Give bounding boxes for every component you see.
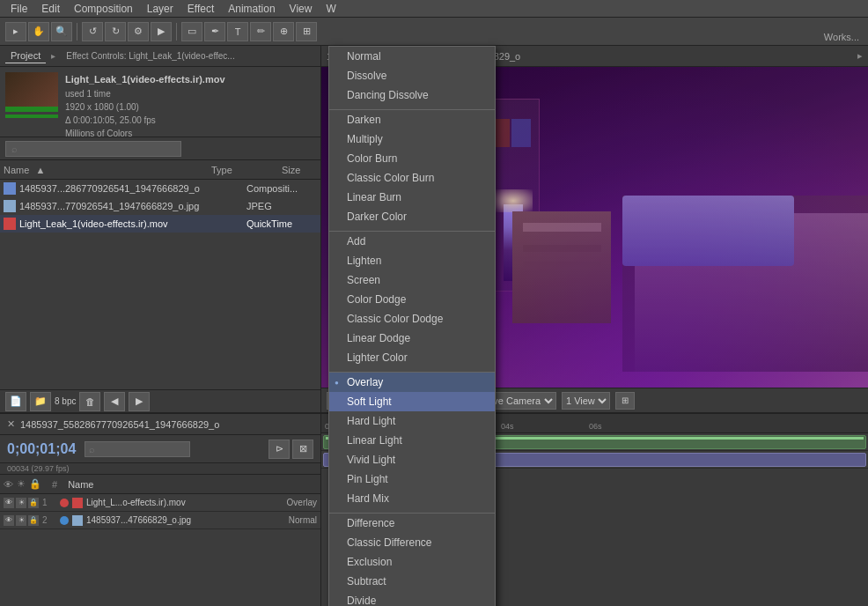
tool-redo[interactable]: ↻: [105, 22, 126, 41]
blend-mode-item-color-dodge[interactable]: Color Dodge: [329, 290, 495, 309]
blend-mode-item-darken[interactable]: Darken: [329, 110, 495, 129]
menu-view[interactable]: View: [283, 1, 320, 17]
blend-mode-item-linear-dodge[interactable]: Linear Dodge: [329, 329, 495, 348]
tool-puppet[interactable]: ⊞: [296, 22, 317, 41]
viewer-spacer: ▸: [857, 50, 863, 62]
time-code: 0;00;01;04: [7, 441, 76, 457]
blend-mode-item-add[interactable]: Add: [329, 232, 495, 251]
blend-mode-item-lighter-color[interactable]: Lighter Color: [329, 348, 495, 367]
blend-mode-item-lighten[interactable]: Lighten: [329, 251, 495, 270]
file-item-2-type: JPEG: [246, 201, 317, 211]
comp-header: ✕ 1485937_5582867770926541_1947666829_o: [0, 414, 320, 435]
layer-row-2[interactable]: 👁 ☀ 🔒 2 1485937...47666829_o.jpg Normal: [0, 512, 320, 529]
blend-mode-item-divide[interactable]: Divide: [329, 591, 495, 606]
blend-mode-item-darker-color[interactable]: Darker Color: [329, 207, 495, 226]
tool-rect[interactable]: ▭: [181, 22, 202, 41]
blend-mode-item-exclusion[interactable]: Exclusion: [329, 552, 495, 572]
layer-2-lock[interactable]: 🔒: [28, 515, 39, 526]
tool-undo[interactable]: ↺: [82, 22, 103, 41]
layer-2-icons: 👁 ☀ 🔒: [4, 515, 39, 526]
tool-clone[interactable]: ⊕: [273, 22, 294, 41]
menu-w[interactable]: W: [319, 1, 342, 17]
blend-mode-item-screen[interactable]: Screen: [329, 270, 495, 290]
timeline-search-input[interactable]: [85, 441, 190, 457]
comp-tab[interactable]: 1485937_5582867770926541_1947666829_o: [20, 419, 219, 430]
blend-mode-item-soft-light[interactable]: Soft Light: [329, 392, 495, 411]
layer-row-1[interactable]: 👁 ☀ 🔒 1 Light_L...o-effects.ir).mov Over…: [0, 494, 320, 512]
blend-mode-item-color-burn[interactable]: Color Burn: [329, 149, 495, 168]
nav-right-btn[interactable]: ▶: [129, 392, 150, 411]
panel-header: Project ▸ Effect Controls: Light_Leak_1(…: [0, 46, 320, 67]
left-panel: Project ▸ Effect Controls: Light_Leak_1(…: [0, 46, 321, 606]
new-comp-btn[interactable]: 📄: [5, 392, 26, 411]
blend-mode-item-subtract[interactable]: Subtract: [329, 572, 495, 591]
timeline-ctrl-2[interactable]: ⊠: [292, 440, 313, 459]
blend-mode-item-dancing-dissolve[interactable]: Dancing Dissolve: [329, 85, 495, 105]
file-item-2[interactable]: 1485937...770926541_1947666829_o.jpg JPE…: [0, 197, 320, 215]
layer-1-lock[interactable]: 🔒: [28, 498, 39, 508]
comp-close-btn[interactable]: ✕: [7, 418, 15, 430]
menu-file[interactable]: File: [4, 1, 34, 17]
layer-1-vis[interactable]: 👁: [4, 498, 14, 508]
column-type: Type: [211, 165, 282, 175]
tool-zoom[interactable]: 🔍: [51, 22, 72, 41]
layer-1-mode[interactable]: Overlay: [264, 498, 317, 507]
blend-mode-item-hard-light[interactable]: Hard Light: [329, 411, 495, 431]
search-input[interactable]: [5, 141, 181, 157]
blend-mode-item-overlay[interactable]: Overlay: [329, 373, 495, 392]
timeline-ctrl-1[interactable]: ⊳: [268, 440, 290, 459]
blend-mode-item-classic-color-dodge[interactable]: Classic Color Dodge: [329, 309, 495, 329]
blend-mode-item-classic-color-burn[interactable]: Classic Color Burn: [329, 168, 495, 188]
tool-settings[interactable]: ⚙: [128, 22, 149, 41]
folder-btn[interactable]: 📁: [30, 392, 51, 411]
nav-left-btn[interactable]: ◀: [104, 392, 125, 411]
file-duration: Δ 0:00:10:05, 25.00 fps: [65, 114, 225, 127]
sort-icon: ▲: [35, 165, 45, 175]
file-details: Light_Leak_1(video-effects.ir).mov used …: [65, 72, 225, 131]
layer-lock-icon: 🔒: [29, 478, 41, 490]
menu-layer[interactable]: Layer: [140, 1, 180, 17]
tab-project[interactable]: Project: [5, 48, 46, 63]
viewer-extra-btn[interactable]: ⊞: [615, 392, 635, 410]
viewer-layout-select[interactable]: 1 View: [562, 392, 610, 410]
tool-preview[interactable]: ▶: [151, 22, 172, 41]
layer-2-mode[interactable]: Normal: [264, 515, 317, 525]
tool-text[interactable]: T: [227, 22, 248, 41]
blend-mode-item-normal[interactable]: Normal: [329, 47, 495, 66]
file-item-3[interactable]: Light_Leak_1(video-effects.ir).mov Quick…: [0, 215, 320, 233]
blend-mode-item-linear-burn[interactable]: Linear Burn: [329, 188, 495, 207]
blend-mode-item-pin-light[interactable]: Pin Light: [329, 469, 495, 489]
blend-mode-item-multiply[interactable]: Multiply: [329, 129, 495, 149]
menu-composition[interactable]: Composition: [67, 1, 140, 17]
menu-effect[interactable]: Effect: [180, 1, 221, 17]
trash-btn[interactable]: 🗑: [79, 392, 100, 411]
tool-hand[interactable]: ✋: [28, 22, 49, 41]
layer-controls-header: 👁 ☀ 🔒 # Name: [0, 475, 320, 494]
panel-footer: 📄 📁 8 bpc 🗑 ◀ ▶: [0, 389, 320, 412]
blend-mode-item-dissolve[interactable]: Dissolve: [329, 66, 495, 85]
blend-mode-item-hard-mix[interactable]: Hard Mix: [329, 489, 495, 508]
layer-2-icon: [72, 515, 83, 526]
icon-mov: [4, 218, 16, 230]
tool-pen[interactable]: ✒: [204, 22, 225, 41]
tab-effect-controls[interactable]: Effect Controls: Light_Leak_1(video-effe…: [61, 49, 239, 63]
icon-jpg: [4, 200, 16, 212]
menu-edit[interactable]: Edit: [34, 1, 67, 17]
layer-2-vis[interactable]: 👁: [4, 515, 14, 526]
tool-brush[interactable]: ✏: [250, 22, 271, 41]
blend-mode-item-vivid-light[interactable]: Vivid Light: [329, 450, 495, 469]
file-item-1-name: 1485937...286770926541_1947666829_o: [19, 183, 246, 194]
layer-1-solo[interactable]: ☀: [16, 498, 26, 508]
column-size: Size: [282, 165, 317, 175]
blend-mode-item-linear-light[interactable]: Linear Light: [329, 431, 495, 450]
blend-mode-item-difference[interactable]: Difference: [329, 514, 495, 533]
blend-mode-item-classic-difference[interactable]: Classic Difference: [329, 533, 495, 552]
ruler-mark-6s: 06s: [589, 422, 602, 431]
toolbar-sep-2: [176, 23, 177, 41]
layer-2-solo[interactable]: ☀: [16, 515, 26, 526]
menu-animation[interactable]: Animation: [221, 1, 282, 17]
tool-select[interactable]: ▸: [5, 22, 26, 41]
timeline-left-section: ✕ 1485937_5582867770926541_1947666829_o …: [0, 412, 320, 606]
file-item-1[interactable]: 1485937...286770926541_1947666829_o Comp…: [0, 180, 320, 197]
layer-2-name: 1485937...47666829_o.jpg: [86, 515, 264, 525]
